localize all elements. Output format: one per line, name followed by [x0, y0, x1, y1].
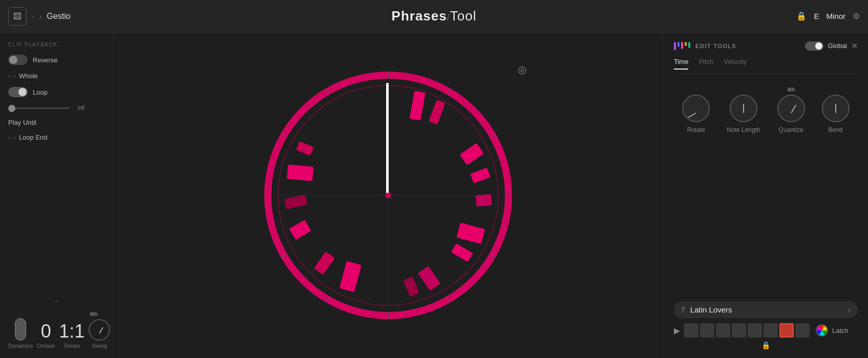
- right-panel: EDIT TOOLS Global ✕ Time Pitch Velocity …: [663, 33, 868, 358]
- pat-cell-2[interactable]: [700, 323, 714, 338]
- tempo-control: 1:1 Tempo: [59, 322, 84, 349]
- loop-thumb: [18, 88, 27, 96]
- preset-row: 7 Latin Lovers ›: [674, 301, 858, 318]
- bar3: [681, 42, 683, 49]
- pat-cell-8[interactable]: [795, 323, 810, 338]
- reverse-label: Reverse: [33, 56, 57, 64]
- bar4: [685, 42, 687, 46]
- whole-val: < > Whole: [8, 72, 38, 80]
- notelength-knob[interactable]: [730, 95, 757, 122]
- svg-rect-13: [456, 222, 485, 244]
- pat-cell-3[interactable]: [716, 323, 730, 338]
- quantize-indicator: [791, 105, 796, 114]
- bar2: [678, 42, 680, 47]
- loop-end-label: Loop End: [19, 133, 48, 141]
- loop-slider-thumb[interactable]: [8, 105, 15, 112]
- octave-control: 0 Octave: [37, 322, 55, 349]
- center-area: ◎: [113, 33, 663, 358]
- svg-rect-20: [284, 195, 307, 209]
- quantize-knob[interactable]: [777, 95, 805, 122]
- loop-end-row: < > Loop End: [8, 133, 104, 141]
- reverse-toggle[interactable]: [8, 55, 28, 65]
- play-until-row: Play Until: [8, 119, 104, 126]
- reverse-row: Reverse: [8, 55, 104, 65]
- reverse-thumb: [9, 56, 17, 64]
- app-icon[interactable]: ⚄: [8, 7, 27, 26]
- key-display[interactable]: E: [814, 12, 819, 20]
- lock-icon[interactable]: 🔒: [796, 11, 807, 21]
- bend-label: Bend: [828, 126, 842, 133]
- play-until-label: Play Until: [8, 119, 36, 126]
- tempo-value: 1:1: [59, 322, 84, 341]
- bend-indicator: [835, 104, 836, 113]
- logo-phrases: Phrases: [392, 8, 447, 24]
- pattern-cells: [684, 323, 810, 338]
- close-button[interactable]: ✕: [851, 41, 858, 51]
- svg-rect-12: [475, 194, 492, 207]
- pat-cell-6[interactable]: [764, 323, 778, 338]
- color-wheel[interactable]: [816, 324, 828, 337]
- app-logo: Phrases/Tool: [392, 8, 477, 24]
- app-title: Gestio: [47, 12, 70, 21]
- edit-tools-bars-icon: [674, 42, 690, 50]
- chevron-up[interactable]: ⌃: [8, 300, 104, 307]
- latch-label: Latch: [832, 327, 849, 334]
- nav-back[interactable]: ‹: [32, 12, 34, 20]
- svg-rect-22: [296, 141, 314, 155]
- preset-number: 7: [681, 306, 685, 314]
- tab-velocity[interactable]: Velocity: [724, 58, 747, 70]
- svg-rect-9: [429, 100, 445, 124]
- svg-rect-11: [470, 168, 491, 184]
- settings-icon[interactable]: ⚙: [853, 11, 860, 21]
- loop-end-arrows[interactable]: < >: [8, 135, 16, 141]
- circle-visualizer: ◎: [250, 57, 526, 333]
- edit-tools-header: EDIT TOOLS Global ✕: [674, 41, 858, 51]
- loop-toggle[interactable]: [8, 87, 28, 97]
- dynamics-label: Dynamics: [8, 343, 33, 349]
- global-toggle[interactable]: [805, 41, 823, 51]
- pat-cell-1[interactable]: [684, 323, 698, 338]
- pattern-row: ▶ Latch: [674, 323, 858, 338]
- svg-rect-14: [451, 243, 473, 262]
- octave-value: 0: [41, 322, 51, 341]
- whole-arrows[interactable]: < >: [8, 73, 16, 79]
- edit-tools-label: EDIT TOOLS: [695, 43, 736, 49]
- tab-pitch[interactable]: Pitch: [698, 58, 713, 70]
- dynamics-control: Dynamics: [8, 318, 33, 349]
- swing-label: Swing: [92, 343, 107, 349]
- svg-rect-7: [386, 83, 389, 195]
- top-bar-left: ⚄ ‹ › Gestio: [8, 7, 111, 26]
- lock-bottom-icon[interactable]: 🔒: [761, 341, 770, 349]
- swing-knob[interactable]: [89, 319, 110, 341]
- tempo-label: Tempo: [63, 343, 80, 349]
- rotate-knob[interactable]: [682, 95, 710, 122]
- svg-rect-21: [287, 165, 313, 181]
- scale-display[interactable]: Minor: [826, 12, 845, 20]
- preset-name: Latin Lovers: [690, 305, 843, 314]
- svg-rect-23: [386, 193, 391, 198]
- loop-slider-val: inf: [78, 104, 84, 111]
- svg-rect-15: [417, 266, 440, 291]
- bend-knob[interactable]: [822, 95, 850, 122]
- nav-forward[interactable]: ›: [39, 12, 42, 20]
- top-bar-right: 🔒 E Minor ⚙: [757, 11, 860, 21]
- loop-slider-track[interactable]: [8, 107, 70, 109]
- svg-rect-8: [409, 91, 425, 121]
- pat-cell-5[interactable]: [748, 323, 762, 338]
- swing-value-label: 4th: [90, 311, 97, 317]
- svg-rect-18: [313, 252, 334, 275]
- octave-label: Octave: [37, 343, 55, 349]
- main-content: CLIP PLAYBACK Reverse < > Whole Loop inf: [0, 33, 868, 358]
- lock-bottom-wrap: 🔒: [674, 341, 858, 350]
- pat-cell-4[interactable]: [732, 323, 746, 338]
- pat-cell-7[interactable]: [779, 323, 794, 338]
- slider-row: inf: [8, 104, 104, 111]
- tab-time[interactable]: Time: [674, 58, 688, 70]
- bend-knob-item: Bend: [822, 95, 850, 133]
- play-button[interactable]: ▶: [674, 326, 680, 335]
- svg-rect-16: [403, 277, 419, 297]
- notelength-indicator: [743, 104, 744, 113]
- preset-arrow[interactable]: ›: [848, 306, 851, 314]
- bar5: [688, 42, 690, 48]
- global-toggle-wrap: Global ✕: [805, 41, 858, 51]
